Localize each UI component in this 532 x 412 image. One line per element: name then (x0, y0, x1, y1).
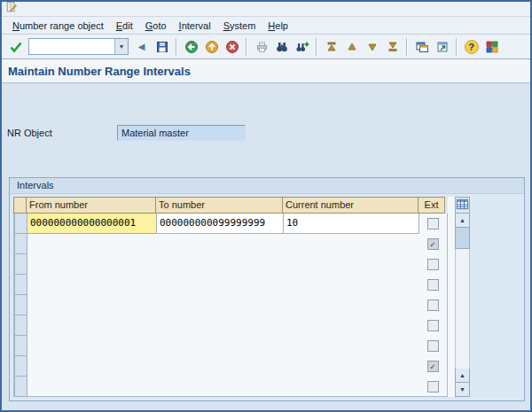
table-row: ✓ (14, 356, 447, 377)
cell-to-number[interactable] (157, 336, 284, 356)
scroll-up-button[interactable]: ▲ (455, 214, 470, 228)
cell-to-number[interactable] (157, 377, 284, 397)
cell-current-number[interactable]: 10 (284, 214, 419, 234)
nr-object-label: NR Object (7, 128, 117, 138)
table-row (14, 254, 447, 275)
ext-cell (419, 275, 446, 295)
header-from-number[interactable]: From number (27, 197, 156, 214)
cell-current-number[interactable] (284, 315, 419, 336)
cell-current-number[interactable] (284, 295, 419, 315)
cell-from-number[interactable] (27, 254, 157, 275)
table-row (14, 295, 447, 315)
ext-checkbox[interactable] (427, 279, 439, 291)
header-current-number[interactable]: Current number (283, 197, 419, 214)
cell-to-number[interactable] (157, 275, 284, 295)
row-selector[interactable] (14, 295, 27, 315)
cell-to-number[interactable] (157, 356, 284, 377)
app-icon (5, 1, 18, 17)
cancel-button[interactable] (222, 36, 242, 57)
scroll-up-button-bottom[interactable]: ▲ (455, 369, 470, 383)
scrollbar-thumb[interactable] (455, 228, 470, 249)
next-page-button[interactable] (362, 36, 382, 57)
exit-button[interactable] (201, 36, 222, 57)
cell-from-number[interactable] (27, 295, 157, 315)
cell-current-number[interactable] (284, 377, 419, 397)
collapse-left-icon: ◀ (138, 42, 145, 51)
ext-checkbox[interactable] (427, 381, 439, 393)
table-header-row: From number To number Current number Ext (13, 197, 448, 214)
enter-button[interactable] (5, 36, 26, 57)
help-button[interactable]: ? (461, 36, 481, 57)
row-selector[interactable] (14, 377, 27, 397)
header-selector-column[interactable] (13, 197, 27, 214)
last-page-button[interactable] (382, 36, 403, 57)
cell-current-number[interactable] (284, 336, 419, 356)
cell-current-number[interactable] (284, 275, 419, 295)
ext-cell: ✓ (419, 356, 446, 377)
command-history-button[interactable]: ▼ (114, 39, 128, 54)
window-top-strip (2, 2, 530, 17)
menu-interval[interactable]: Interval (173, 19, 217, 33)
menu-number-range-object[interactable]: Number range object (6, 19, 110, 33)
print-button[interactable] (251, 36, 271, 57)
page-last-icon (386, 40, 400, 54)
new-session-button[interactable] (411, 36, 432, 57)
cell-current-number[interactable] (284, 254, 419, 275)
first-page-button[interactable] (321, 36, 341, 57)
menu-goto[interactable]: Goto (139, 19, 173, 33)
row-selector[interactable] (14, 356, 27, 377)
cell-from-number[interactable] (27, 315, 157, 336)
cell-to-number[interactable] (157, 234, 284, 254)
cell-from-number[interactable] (27, 234, 157, 254)
row-selector[interactable] (14, 254, 27, 275)
cell-to-number[interactable] (157, 295, 284, 315)
menu-edit[interactable]: Edit (110, 19, 139, 33)
table-row (14, 377, 447, 397)
find-next-button[interactable] (292, 36, 312, 57)
previous-page-button[interactable] (341, 36, 362, 57)
table-settings-button[interactable] (455, 197, 470, 214)
ext-checkbox[interactable] (427, 299, 439, 311)
sap-window: Number range object Edit Goto Interval S… (0, 0, 532, 412)
cell-from-number[interactable]: 000000000000000001 (27, 214, 157, 234)
cell-from-number[interactable] (27, 336, 157, 356)
ext-checkbox[interactable] (427, 320, 439, 331)
cell-to-number[interactable] (157, 254, 284, 275)
table-row (14, 336, 447, 356)
scrollbar-track[interactable] (455, 249, 470, 369)
create-shortcut-button[interactable] (432, 36, 452, 57)
row-selector[interactable] (14, 275, 27, 295)
row-selector[interactable] (14, 234, 27, 254)
header-ext[interactable]: Ext (419, 197, 445, 214)
nr-object-field[interactable]: Material master (117, 125, 246, 141)
cell-from-number[interactable] (27, 275, 157, 295)
command-field[interactable] (29, 40, 114, 54)
header-to-number[interactable]: To number (156, 197, 283, 214)
scroll-down-button[interactable]: ▼ (455, 383, 470, 397)
cell-from-number[interactable] (27, 377, 157, 397)
cell-to-number[interactable]: 000000000099999999 (157, 214, 284, 234)
ext-checkbox[interactable] (427, 259, 439, 270)
back-button[interactable] (181, 36, 201, 57)
toolbar-separator (406, 38, 408, 56)
row-selector[interactable] (14, 214, 27, 234)
ext-checkbox[interactable] (427, 340, 439, 352)
screen-body: NR Object Material master Intervals From… (2, 83, 530, 410)
customize-layout-button[interactable] (481, 36, 502, 57)
table-row (14, 275, 447, 295)
cell-current-number[interactable] (284, 356, 419, 377)
ext-checkbox[interactable]: ✓ (427, 361, 439, 372)
find-button[interactable] (271, 36, 292, 57)
cell-from-number[interactable] (27, 356, 157, 377)
ext-checkbox[interactable]: ✓ (427, 238, 439, 250)
row-selector[interactable] (14, 336, 27, 356)
menu-help[interactable]: Help (262, 19, 294, 33)
cell-to-number[interactable] (157, 315, 284, 336)
row-selector[interactable] (14, 315, 27, 336)
cell-current-number[interactable] (284, 234, 419, 254)
ext-checkbox[interactable] (427, 218, 439, 229)
shortcut-icon (435, 40, 450, 54)
menu-system[interactable]: System (217, 19, 262, 33)
hide-command-field-button[interactable]: ◀ (131, 36, 152, 57)
save-button[interactable] (152, 36, 172, 57)
